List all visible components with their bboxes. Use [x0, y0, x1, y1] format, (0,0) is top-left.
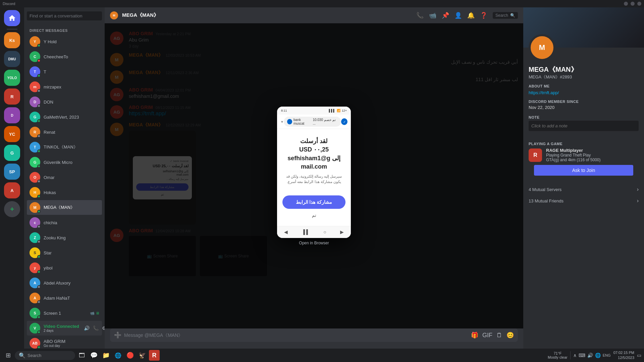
dm-item-19[interactable]: S Screen 1 📹 🖥: [27, 306, 102, 320]
dm-item-8[interactable]: T TINKOL《MAN》: [27, 140, 102, 155]
taskbar-icon-folder[interactable]: 📁: [101, 350, 111, 361]
maximize-button[interactable]: [631, 2, 635, 6]
note-input[interactable]: [529, 121, 639, 131]
dm-avatar-12: M: [30, 202, 40, 213]
lp-back-icon[interactable]: ◀: [284, 229, 288, 235]
taskbar-icon-chat[interactable]: 💬: [89, 350, 99, 361]
lp-home-icon[interactable]: ○: [323, 229, 326, 235]
dm-avatar-7: R: [30, 127, 40, 137]
server-icon-a[interactable]: A: [4, 182, 20, 198]
dm-item-4[interactable]: m mirzapex: [27, 79, 102, 94]
emoji-icon[interactable]: 😊: [506, 331, 514, 339]
show-desktop-icon[interactable]: ▭: [637, 353, 641, 358]
close-button[interactable]: [637, 2, 641, 6]
clock-area[interactable]: 07:02:15 PM 12/5/2023: [613, 350, 634, 361]
language-indicator[interactable]: ENG: [603, 353, 611, 357]
about-me-link[interactable]: https://trnft.app/: [529, 90, 559, 95]
minimize-button[interactable]: [624, 2, 628, 6]
dm-item-6[interactable]: G GaMethVert, 2023: [27, 110, 102, 124]
dm-item-13[interactable]: c chichia: [27, 215, 102, 230]
clock-date: 12/5/2023: [613, 355, 634, 360]
status-dot-3: [37, 74, 41, 77]
status-dot-17: [37, 285, 41, 289]
mutual-servers-label[interactable]: 4 Mutual Servers: [529, 187, 561, 192]
taskbar-icon-files[interactable]: 🗔: [76, 350, 87, 361]
dm-item-16[interactable]: y yibol: [27, 260, 102, 275]
lp-battery: 12+: [342, 109, 347, 112]
dm-item-15[interactable]: S Star: [27, 245, 102, 260]
server-icon-ks[interactable]: Ks: [4, 32, 20, 48]
lp-title-amount: 25,٠٠ USD: [299, 146, 329, 153]
taskbar-search-box[interactable]: 🔍 Search: [15, 351, 75, 360]
ask-join-button[interactable]: Ask to Join: [534, 165, 633, 176]
pin-icon[interactable]: 📌: [442, 12, 449, 19]
server-icon-dmu[interactable]: DMU: [4, 51, 20, 67]
tray-icon-keyboard[interactable]: ⌨: [579, 353, 585, 358]
playing-game: R RAGE Multiplayer Playing Grand Theft P…: [529, 148, 639, 162]
add-attachment-icon[interactable]: ➕: [114, 331, 121, 339]
dm-item-20[interactable]: V Video Connected 2 days 🔊 📞 ⚙: [27, 321, 102, 336]
dm-item-21[interactable]: AB ABO GRIM Go out day: [27, 336, 102, 349]
dm-avatar-21: AB: [30, 338, 40, 349]
lightbox-overlay[interactable]: 8:11 ▌▌▌ 📶 12+ ▼ bank muscat: [105, 23, 523, 328]
user-name-big: MEGA《MAN》: [529, 65, 639, 74]
dm-item-14[interactable]: Z Zooku King: [27, 230, 102, 245]
lp-forward-icon[interactable]: ▶: [340, 229, 344, 235]
chat-input[interactable]: [124, 328, 468, 342]
dm-item-11[interactable]: H Hokas: [27, 185, 102, 200]
inbox-icon[interactable]: 🔔: [467, 12, 475, 19]
start-button[interactable]: ⊞: [3, 350, 13, 361]
lp-bank-circle-icon: ✓: [341, 118, 347, 125]
titlebar-title: Discord: [3, 2, 624, 6]
mutual-friends-label[interactable]: 13 Mutual Friends: [529, 198, 564, 203]
video-icon[interactable]: 📹: [429, 12, 436, 19]
lp-signal-icon: ▌▌▌: [329, 109, 335, 112]
dm-avatar-18: A: [30, 293, 40, 303]
add-friend-icon[interactable]: 👤: [454, 12, 462, 19]
server-icon-home[interactable]: [4, 10, 20, 26]
dm-item-1[interactable]: Y Y Hold: [27, 34, 102, 49]
taskbar-icon-eagle[interactable]: 🦅: [137, 350, 148, 361]
server-icon-sp[interactable]: SP: [4, 164, 20, 180]
dm-item-9[interactable]: G Güvenlik Micro: [27, 155, 102, 170]
dm-item-2[interactable]: C CheecheeTo: [27, 49, 102, 64]
mutual-section: 4 Mutual Servers › 13 Mutual Friends ›: [523, 184, 644, 212]
bank-muscat-icon: [287, 119, 292, 124]
status-dot-12: [37, 210, 41, 213]
dm-item-10[interactable]: O Omar: [27, 170, 102, 185]
dm-avatar-16: y: [30, 262, 40, 273]
server-icon-yc[interactable]: YC: [4, 126, 20, 142]
chat-search-box[interactable]: Search 🔍: [493, 12, 518, 19]
help-icon[interactable]: ❓: [480, 12, 487, 19]
dm-item-7[interactable]: R Renat: [27, 125, 102, 139]
gif-icon[interactable]: GIF: [482, 332, 492, 339]
dm-avatar-4: m: [30, 81, 40, 92]
dm-item-18[interactable]: A Adam HaNaT: [27, 291, 102, 305]
server-icon-yolo[interactable]: YOLO: [4, 70, 20, 86]
dm-avatar-6: G: [30, 112, 40, 122]
server-icon-dream[interactable]: D: [4, 107, 20, 123]
lp-share-button[interactable]: مشاركة هذا الرابط: [282, 195, 345, 209]
dm-search-input[interactable]: [27, 11, 102, 20]
tray-icon-network[interactable]: 🌐: [595, 353, 601, 358]
tray-icon-volume[interactable]: 🔊: [587, 353, 593, 358]
sticker-icon[interactable]: 🗒: [496, 332, 502, 339]
messages-container[interactable]: AG ABO GRIM Yesterday at 2:21 PM Abu Gri…: [105, 23, 523, 328]
taskbar-icon-r[interactable]: R: [149, 350, 160, 361]
server-icon-rage[interactable]: R: [4, 88, 20, 105]
taskbar-icon-chrome[interactable]: 🌐: [113, 350, 123, 361]
taskbar-icon-red[interactable]: 🔴: [125, 350, 136, 361]
lp-bank-pill[interactable]: bank muscat تم خصم 10.030 ...: [284, 117, 341, 127]
dm-item-12[interactable]: M MEGA《MAN》: [27, 200, 102, 215]
open-in-browser-link[interactable]: Open in Browser: [299, 241, 329, 245]
tray-icon-up[interactable]: ∧: [573, 353, 577, 358]
chat-area: M MEGA《MAN》 📞 📹 📌 👤 🔔 ❓ Search 🔍 AG: [105, 7, 523, 349]
dm-item-5[interactable]: D DON: [27, 95, 102, 109]
dm-item-17[interactable]: A Abdel Afuxory: [27, 276, 102, 290]
gift-icon[interactable]: 🎁: [471, 331, 478, 339]
server-icon-add[interactable]: +: [4, 201, 20, 217]
call-icon[interactable]: 📞: [416, 12, 424, 19]
dm-item-3[interactable]: T T: [27, 64, 102, 79]
lp-done-label[interactable]: تم: [282, 213, 345, 218]
server-icon-g[interactable]: G: [4, 145, 20, 161]
